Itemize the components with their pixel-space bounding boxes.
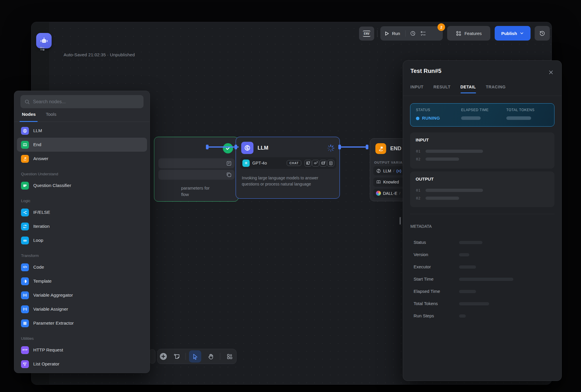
infinity-icon: ∞ <box>21 237 29 244</box>
start-node-field-row[interactable] <box>158 170 235 180</box>
node-group-header: Question Understand <box>17 166 147 178</box>
note-icon <box>174 353 181 360</box>
search-placeholder: Search nodes... <box>33 99 66 104</box>
node-item-variable-assigner[interactable]: {=}Variable Assigner <box>17 302 147 316</box>
metadata-row-version: Version <box>414 249 554 261</box>
metadata-row-status: Status <box>414 237 554 249</box>
run-tab-detail[interactable]: DETAIL <box>461 85 476 93</box>
start-output-handle[interactable] <box>206 145 209 149</box>
chat-mode-badge: CHAT <box>287 160 301 166</box>
node-item-if-else[interactable]: IF/ELSE <box>17 205 147 219</box>
node-item-iteration[interactable]: Iteration <box>17 219 147 233</box>
edge-start-llm <box>206 146 239 148</box>
node-item-question-classifier[interactable]: Question Classifier <box>17 178 147 192</box>
llm-output-handle[interactable] <box>338 145 341 149</box>
run-button[interactable]: Run <box>392 31 400 36</box>
llm-brain-icon <box>241 142 253 154</box>
vision-capability-icon <box>304 160 312 167</box>
pointer-tool-button[interactable] <box>189 350 201 363</box>
checklist-icon[interactable] <box>420 30 426 37</box>
openai-icon: ✳ <box>242 160 250 167</box>
model-selector[interactable]: ✳ GPT-4o CHAT <box>240 157 336 169</box>
organize-layout-button[interactable] <box>223 350 236 363</box>
flag-icon <box>21 155 29 163</box>
brain-icon <box>21 127 29 135</box>
metadata-divider <box>410 214 554 214</box>
run-tab-tracing[interactable]: TRACING <box>486 85 506 93</box>
node-item-label: HTTP Request <box>33 347 63 353</box>
node-item-loop[interactable]: ∞Loop <box>17 233 147 247</box>
node-item-http-request[interactable]: HTTPHTTP Request <box>17 343 147 357</box>
play-icon[interactable] <box>384 31 390 36</box>
run-tab-input[interactable]: INPUT <box>410 85 424 93</box>
run-panel-title: Test Run#5 <box>410 68 441 74</box>
node-item-variable-aggregator[interactable]: {x}Variable Aggregator <box>17 288 147 302</box>
workflow-settings-icon[interactable] <box>39 46 46 52</box>
node-item-code[interactable]: </>Code <box>17 260 147 274</box>
start-node-field-row[interactable] <box>158 158 235 168</box>
node-item-end[interactable]: End <box>17 138 147 152</box>
llm-input-handle[interactable] <box>235 145 237 149</box>
test-run-panel: Test Run#5 INPUTRESULTDETAILTRACING STAT… <box>403 60 562 381</box>
nodes-panel: Search nodes... Nodes Tools LLMEndAnswer… <box>14 91 150 373</box>
node-item-llm[interactable]: LLM <box>17 124 147 138</box>
node-item-label: Answer <box>33 156 48 161</box>
features-button[interactable]: Features <box>447 26 490 41</box>
features-icon <box>456 30 462 36</box>
doc-capability-icon <box>327 160 334 167</box>
tab-tools[interactable]: Tools <box>46 112 56 117</box>
history-icon <box>539 30 545 36</box>
chevron-down-icon <box>519 31 524 36</box>
audio-capability-icon <box>312 160 319 167</box>
node-item-label: Iteration <box>33 224 50 229</box>
http-icon: HTTP <box>21 346 29 354</box>
hand-tool-button[interactable] <box>204 350 217 363</box>
cycle-icon <box>21 223 29 230</box>
add-node-button[interactable] <box>158 350 169 363</box>
video-capability-icon <box>320 160 327 167</box>
brain-line-icon <box>376 168 381 174</box>
metadata-row-elapsed-time: Elapsed Time <box>414 286 554 298</box>
llm-node-description: Invoking large language models to answer… <box>242 175 335 187</box>
elapsed-time-label: ELAPSED TIME <box>461 108 489 112</box>
close-button[interactable] <box>547 68 555 76</box>
value-skeleton <box>459 278 513 281</box>
value-skeleton <box>459 302 489 305</box>
io-row-02: 02 <box>416 196 459 200</box>
book-line-icon <box>376 179 381 185</box>
node-item-template[interactable]: Template <box>17 274 147 288</box>
publish-button[interactable]: Publish <box>495 26 531 41</box>
screen: Auto-Saved 21:02:35 · Unpublished ENV Ru… <box>0 0 581 392</box>
status-card: STATUS ELAPSED TIME TOTAL TOKENS RUNING <box>410 103 554 127</box>
metadata-row-start-time: Start Time <box>414 274 554 286</box>
checklist-badge: 2 <box>438 23 445 31</box>
metadata-row-executor: Executor <box>414 261 554 274</box>
wheel-icon <box>376 191 381 196</box>
env-button[interactable]: ENV <box>359 27 374 41</box>
node-item-label: Variable Assigner <box>33 307 68 312</box>
run-tab-result[interactable]: RESULT <box>433 85 451 93</box>
node-item-list-operator[interactable]: List Operator <box>17 357 147 371</box>
run-panel-tabs: INPUTRESULTDETAILTRACING <box>410 85 506 93</box>
end-input-handle[interactable] <box>366 145 368 149</box>
template-icon <box>21 277 29 285</box>
history-button[interactable] <box>535 26 550 41</box>
search-input[interactable]: Search nodes... <box>20 95 144 108</box>
edge-llm-end <box>339 146 368 148</box>
panel-resize-handle[interactable] <box>400 217 401 225</box>
node-item-answer[interactable]: Answer <box>17 152 147 166</box>
env-icon: ENV <box>363 31 370 37</box>
timer-icon[interactable] <box>410 30 416 36</box>
end-node-title: END <box>390 146 401 152</box>
tab-nodes[interactable]: Nodes <box>22 112 36 117</box>
elapsed-skeleton <box>461 116 481 120</box>
node-group-header: Utilities <box>17 330 147 343</box>
value-skeleton <box>426 197 459 200</box>
input-title: INPUT <box>416 137 429 142</box>
llm-node[interactable]: LLM ✳ GPT-4o CHAT Invoking large l <box>236 137 340 199</box>
value-skeleton <box>426 150 483 153</box>
success-check-icon <box>223 143 233 153</box>
node-item-label: Code <box>33 265 44 270</box>
add-note-button[interactable] <box>172 350 182 363</box>
node-item-parameter-extractor[interactable]: Parameter Extractor <box>17 316 147 330</box>
